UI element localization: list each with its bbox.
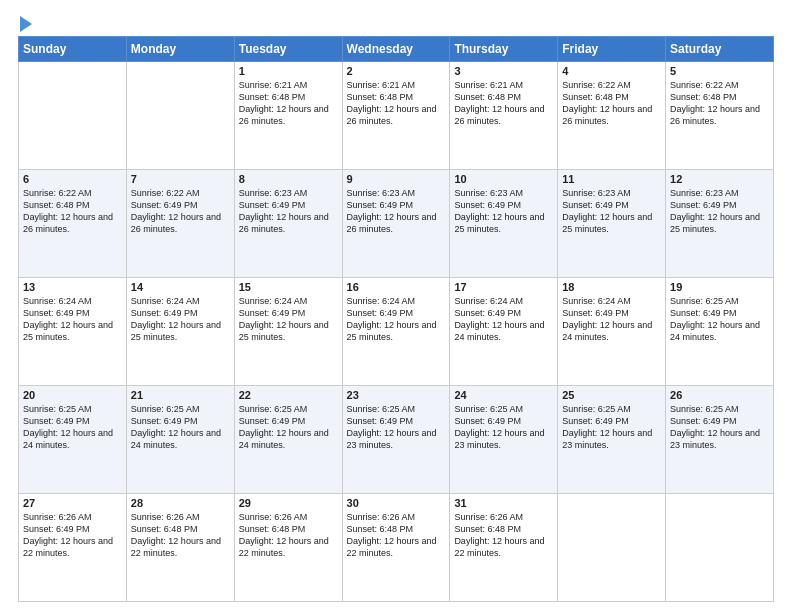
day-number: 2 — [347, 65, 446, 77]
day-info: Sunrise: 6:26 AM Sunset: 6:48 PM Dayligh… — [131, 511, 230, 560]
calendar-cell: 13Sunrise: 6:24 AM Sunset: 6:49 PM Dayli… — [19, 278, 127, 386]
logo-arrow — [20, 16, 32, 32]
calendar-cell: 29Sunrise: 6:26 AM Sunset: 6:48 PM Dayli… — [234, 494, 342, 602]
day-info: Sunrise: 6:21 AM Sunset: 6:48 PM Dayligh… — [347, 79, 446, 128]
day-number: 9 — [347, 173, 446, 185]
day-info: Sunrise: 6:24 AM Sunset: 6:49 PM Dayligh… — [562, 295, 661, 344]
header-row: SundayMondayTuesdayWednesdayThursdayFrid… — [19, 37, 774, 62]
calendar-cell: 19Sunrise: 6:25 AM Sunset: 6:49 PM Dayli… — [666, 278, 774, 386]
weekday-header: Friday — [558, 37, 666, 62]
day-info: Sunrise: 6:21 AM Sunset: 6:48 PM Dayligh… — [239, 79, 338, 128]
day-number: 7 — [131, 173, 230, 185]
calendar-cell: 20Sunrise: 6:25 AM Sunset: 6:49 PM Dayli… — [19, 386, 127, 494]
day-number: 4 — [562, 65, 661, 77]
day-number: 29 — [239, 497, 338, 509]
calendar-cell: 27Sunrise: 6:26 AM Sunset: 6:49 PM Dayli… — [19, 494, 127, 602]
calendar-cell: 14Sunrise: 6:24 AM Sunset: 6:49 PM Dayli… — [126, 278, 234, 386]
calendar-week-row: 1Sunrise: 6:21 AM Sunset: 6:48 PM Daylig… — [19, 62, 774, 170]
weekday-header: Saturday — [666, 37, 774, 62]
calendar-cell: 4Sunrise: 6:22 AM Sunset: 6:48 PM Daylig… — [558, 62, 666, 170]
calendar-cell — [558, 494, 666, 602]
day-info: Sunrise: 6:24 AM Sunset: 6:49 PM Dayligh… — [239, 295, 338, 344]
day-info: Sunrise: 6:25 AM Sunset: 6:49 PM Dayligh… — [454, 403, 553, 452]
day-number: 17 — [454, 281, 553, 293]
day-info: Sunrise: 6:23 AM Sunset: 6:49 PM Dayligh… — [239, 187, 338, 236]
day-info: Sunrise: 6:26 AM Sunset: 6:48 PM Dayligh… — [347, 511, 446, 560]
weekday-header: Monday — [126, 37, 234, 62]
day-info: Sunrise: 6:22 AM Sunset: 6:49 PM Dayligh… — [131, 187, 230, 236]
day-number: 12 — [670, 173, 769, 185]
day-number: 15 — [239, 281, 338, 293]
calendar-cell: 11Sunrise: 6:23 AM Sunset: 6:49 PM Dayli… — [558, 170, 666, 278]
calendar-cell: 3Sunrise: 6:21 AM Sunset: 6:48 PM Daylig… — [450, 62, 558, 170]
day-info: Sunrise: 6:26 AM Sunset: 6:49 PM Dayligh… — [23, 511, 122, 560]
calendar-cell — [126, 62, 234, 170]
day-number: 16 — [347, 281, 446, 293]
day-info: Sunrise: 6:25 AM Sunset: 6:49 PM Dayligh… — [131, 403, 230, 452]
weekday-header: Tuesday — [234, 37, 342, 62]
day-number: 31 — [454, 497, 553, 509]
day-number: 11 — [562, 173, 661, 185]
day-number: 23 — [347, 389, 446, 401]
calendar-cell: 2Sunrise: 6:21 AM Sunset: 6:48 PM Daylig… — [342, 62, 450, 170]
calendar-cell: 31Sunrise: 6:26 AM Sunset: 6:48 PM Dayli… — [450, 494, 558, 602]
day-info: Sunrise: 6:23 AM Sunset: 6:49 PM Dayligh… — [562, 187, 661, 236]
day-number: 28 — [131, 497, 230, 509]
calendar-week-row: 20Sunrise: 6:25 AM Sunset: 6:49 PM Dayli… — [19, 386, 774, 494]
day-info: Sunrise: 6:23 AM Sunset: 6:49 PM Dayligh… — [670, 187, 769, 236]
day-number: 25 — [562, 389, 661, 401]
calendar-cell: 10Sunrise: 6:23 AM Sunset: 6:49 PM Dayli… — [450, 170, 558, 278]
day-number: 20 — [23, 389, 122, 401]
day-info: Sunrise: 6:24 AM Sunset: 6:49 PM Dayligh… — [454, 295, 553, 344]
calendar-cell: 23Sunrise: 6:25 AM Sunset: 6:49 PM Dayli… — [342, 386, 450, 494]
day-info: Sunrise: 6:25 AM Sunset: 6:49 PM Dayligh… — [670, 403, 769, 452]
day-number: 6 — [23, 173, 122, 185]
day-number: 1 — [239, 65, 338, 77]
day-info: Sunrise: 6:22 AM Sunset: 6:48 PM Dayligh… — [670, 79, 769, 128]
day-info: Sunrise: 6:22 AM Sunset: 6:48 PM Dayligh… — [23, 187, 122, 236]
calendar-week-row: 27Sunrise: 6:26 AM Sunset: 6:49 PM Dayli… — [19, 494, 774, 602]
day-number: 19 — [670, 281, 769, 293]
calendar-cell — [666, 494, 774, 602]
calendar-week-row: 13Sunrise: 6:24 AM Sunset: 6:49 PM Dayli… — [19, 278, 774, 386]
day-info: Sunrise: 6:24 AM Sunset: 6:49 PM Dayligh… — [347, 295, 446, 344]
day-number: 14 — [131, 281, 230, 293]
logo — [18, 18, 32, 26]
calendar-cell: 6Sunrise: 6:22 AM Sunset: 6:48 PM Daylig… — [19, 170, 127, 278]
day-info: Sunrise: 6:21 AM Sunset: 6:48 PM Dayligh… — [454, 79, 553, 128]
calendar-cell: 18Sunrise: 6:24 AM Sunset: 6:49 PM Dayli… — [558, 278, 666, 386]
day-info: Sunrise: 6:25 AM Sunset: 6:49 PM Dayligh… — [23, 403, 122, 452]
calendar-cell: 21Sunrise: 6:25 AM Sunset: 6:49 PM Dayli… — [126, 386, 234, 494]
weekday-header: Wednesday — [342, 37, 450, 62]
day-info: Sunrise: 6:25 AM Sunset: 6:49 PM Dayligh… — [670, 295, 769, 344]
calendar-week-row: 6Sunrise: 6:22 AM Sunset: 6:48 PM Daylig… — [19, 170, 774, 278]
calendar-cell: 5Sunrise: 6:22 AM Sunset: 6:48 PM Daylig… — [666, 62, 774, 170]
day-number: 18 — [562, 281, 661, 293]
weekday-header: Sunday — [19, 37, 127, 62]
calendar-cell: 17Sunrise: 6:24 AM Sunset: 6:49 PM Dayli… — [450, 278, 558, 386]
calendar-cell: 7Sunrise: 6:22 AM Sunset: 6:49 PM Daylig… — [126, 170, 234, 278]
weekday-header: Thursday — [450, 37, 558, 62]
calendar-cell: 1Sunrise: 6:21 AM Sunset: 6:48 PM Daylig… — [234, 62, 342, 170]
day-info: Sunrise: 6:24 AM Sunset: 6:49 PM Dayligh… — [131, 295, 230, 344]
calendar-cell: 15Sunrise: 6:24 AM Sunset: 6:49 PM Dayli… — [234, 278, 342, 386]
calendar-cell: 8Sunrise: 6:23 AM Sunset: 6:49 PM Daylig… — [234, 170, 342, 278]
day-number: 22 — [239, 389, 338, 401]
header — [18, 18, 774, 26]
day-info: Sunrise: 6:22 AM Sunset: 6:48 PM Dayligh… — [562, 79, 661, 128]
day-number: 21 — [131, 389, 230, 401]
day-number: 5 — [670, 65, 769, 77]
day-number: 30 — [347, 497, 446, 509]
calendar-cell — [19, 62, 127, 170]
calendar-cell: 16Sunrise: 6:24 AM Sunset: 6:49 PM Dayli… — [342, 278, 450, 386]
calendar-cell: 30Sunrise: 6:26 AM Sunset: 6:48 PM Dayli… — [342, 494, 450, 602]
day-info: Sunrise: 6:26 AM Sunset: 6:48 PM Dayligh… — [239, 511, 338, 560]
day-info: Sunrise: 6:25 AM Sunset: 6:49 PM Dayligh… — [347, 403, 446, 452]
day-info: Sunrise: 6:24 AM Sunset: 6:49 PM Dayligh… — [23, 295, 122, 344]
calendar-cell: 28Sunrise: 6:26 AM Sunset: 6:48 PM Dayli… — [126, 494, 234, 602]
logo-text — [18, 18, 32, 32]
calendar-cell: 12Sunrise: 6:23 AM Sunset: 6:49 PM Dayli… — [666, 170, 774, 278]
day-number: 10 — [454, 173, 553, 185]
page: SundayMondayTuesdayWednesdayThursdayFrid… — [0, 0, 792, 612]
day-number: 8 — [239, 173, 338, 185]
